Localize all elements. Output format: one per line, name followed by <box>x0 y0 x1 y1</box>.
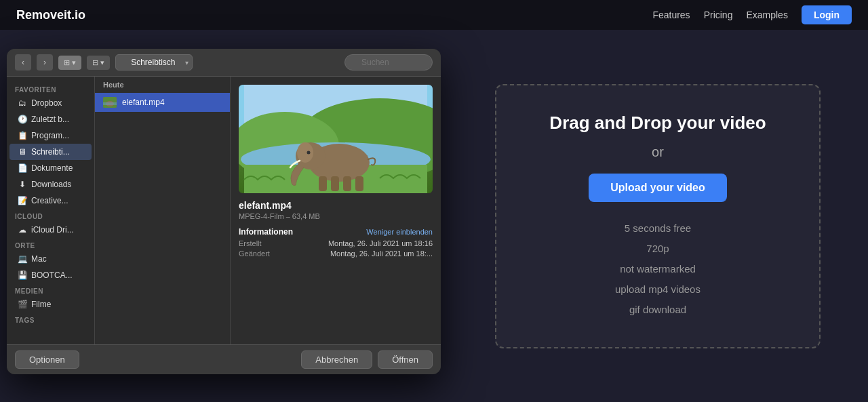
drop-zone-title: Drag and Drop your video <box>517 113 799 134</box>
search-wrap: 🔍 <box>344 54 433 71</box>
sidebar-section-orte: Orte <box>7 238 94 251</box>
preview-filename: elefant.mp4 <box>239 200 433 211</box>
sidebar-section-medien: Medien <box>7 283 94 296</box>
feature-2: 720p <box>517 239 799 259</box>
preview-image <box>239 85 433 193</box>
hero-right: Drag and Drop your video or Upload your … <box>488 57 827 375</box>
preview-info-row-1: Erstellt Montag, 26. Juli 2021 um 18:16 <box>239 239 433 247</box>
file-list: Heute elefant.mp4 <box>95 77 231 344</box>
sidebar-section-icloud: iCloud <box>7 209 94 222</box>
picker-main: Heute elefant.mp4 <box>95 77 441 344</box>
drop-zone[interactable]: Drag and Drop your video or Upload your … <box>495 84 821 348</box>
picker-footer: Optionen Abbrechen Öffnen <box>7 344 441 374</box>
bootcamp-icon: 💾 <box>18 270 27 280</box>
programs-icon: 📋 <box>18 131 27 140</box>
creative-icon: 📝 <box>18 196 27 205</box>
elephant-preview <box>239 85 433 193</box>
feature-4: upload mp4 videos <box>517 279 799 300</box>
recent-icon: 🕐 <box>18 115 27 124</box>
sidebar-item-bootcamp[interactable]: 💾 BOOTCA... <box>9 267 92 283</box>
preview-meta: MPEG-4-Film – 63,4 MB <box>239 212 433 220</box>
view-toggle: ⊞ ▾ <box>58 56 81 70</box>
svg-point-11 <box>307 151 311 155</box>
forward-button[interactable]: › <box>37 54 53 71</box>
sidebar-item-mac-label: Mac <box>31 254 47 264</box>
file-row[interactable]: elefant.mp4 <box>95 93 230 112</box>
sidebar-item-mac[interactable]: 💻 Mac <box>9 251 92 267</box>
preview-info-title: Informationen <box>239 227 293 237</box>
open-button[interactable]: Öffnen <box>378 350 433 369</box>
drop-zone-features: 5 seconds free 720p not watermarked uplo… <box>517 218 799 320</box>
documents-icon: 📄 <box>18 163 27 173</box>
sidebar-item-recent[interactable]: 🕐 Zuletzt b... <box>9 111 92 127</box>
downloads-icon: ⬇ <box>18 180 27 189</box>
feature-5: gif download <box>517 300 799 320</box>
svg-rect-13 <box>331 176 339 191</box>
preview-info-val-2: Montag, 26. Juli 2021 um 18:... <box>330 249 433 258</box>
cancel-button[interactable]: Abbrechen <box>301 350 372 369</box>
picker-body: Favoriten 🗂 Dropbox 🕐 Zuletzt b... 📋 Pro… <box>7 77 441 344</box>
svg-rect-12 <box>319 176 327 191</box>
svg-rect-14 <box>343 176 351 191</box>
svg-point-10 <box>297 142 313 163</box>
sidebar-item-downloads-label: Downloads <box>31 180 71 189</box>
picker-sidebar: Favoriten 🗂 Dropbox 🕐 Zuletzt b... 📋 Pro… <box>7 77 95 344</box>
filme-icon: 🎬 <box>18 300 27 309</box>
sidebar-item-programs[interactable]: 📋 Program... <box>9 127 92 144</box>
sidebar-section-tags: Tags <box>7 313 94 325</box>
sidebar-item-recent-label: Zuletzt b... <box>31 115 69 124</box>
sidebar-item-downloads[interactable]: ⬇ Downloads <box>9 176 92 193</box>
sidebar-item-creative[interactable]: 📝 Creative... <box>9 193 92 209</box>
file-preview: elefant.mp4 MPEG-4-Film – 63,4 MB Inform… <box>231 77 441 344</box>
sidebar-item-documents[interactable]: 📄 Dokumente <box>9 160 92 176</box>
preview-info-header: Informationen Weniger einblenden <box>239 227 433 237</box>
sidebar-item-documents-label: Dokumente <box>31 163 73 173</box>
feature-3: not watermarked <box>517 259 799 279</box>
login-button[interactable]: Login <box>802 5 852 24</box>
preview-info-key-2: Geändert <box>239 249 270 258</box>
preview-info-val-1: Montag, 26. Juli 2021 um 18:16 <box>328 239 433 247</box>
date-header: Heute <box>95 77 230 93</box>
dropbox-icon: 🗂 <box>18 98 27 108</box>
sidebar-item-desktop[interactable]: 🖥 Schreibti... <box>9 144 92 160</box>
preview-info-row-2: Geändert Montag, 26. Juli 2021 um 18:... <box>239 249 433 258</box>
sidebar-item-programs-label: Program... <box>31 131 69 140</box>
desktop-sidebar-icon: 🖥 <box>18 147 27 157</box>
location-dropdown-wrap: 🖥 Schreibtisch ▾ <box>115 54 193 71</box>
sidebar-item-icloud[interactable]: ☁ iCloud Dri... <box>9 222 92 238</box>
feature-1: 5 seconds free <box>517 218 799 239</box>
navbar: Removeit.io Features Pricing Examples Lo… <box>0 0 868 30</box>
nav-links: Features Pricing Examples Login <box>652 5 852 24</box>
icloud-icon: ☁ <box>18 225 27 235</box>
upload-button[interactable]: Upload your video <box>589 174 727 202</box>
preview-info-key-1: Erstellt <box>239 239 262 247</box>
footer-left: Optionen <box>15 350 79 369</box>
sidebar-item-filme[interactable]: 🎬 Filme <box>9 296 92 313</box>
picker-toolbar: ‹ › ⊞ ▾ ⊟ ▾ 🖥 Schreibtisch ▾ 🔍 <box>7 49 441 77</box>
svg-rect-2 <box>103 102 117 105</box>
logo: Removeit.io <box>16 8 85 22</box>
mac-icon: 💻 <box>18 254 27 264</box>
sidebar-item-dropbox[interactable]: 🗂 Dropbox <box>9 95 92 111</box>
nav-examples[interactable]: Examples <box>746 9 787 20</box>
sidebar-item-dropbox-label: Dropbox <box>31 98 62 108</box>
file-picker-dialog: ‹ › ⊞ ▾ ⊟ ▾ 🖥 Schreibtisch ▾ 🔍 Favoriten… <box>7 49 441 374</box>
nav-features[interactable]: Features <box>652 9 690 20</box>
grid-view-button[interactable]: ⊞ ▾ <box>58 56 81 70</box>
drop-zone-or: or <box>517 144 799 160</box>
location-dropdown[interactable]: Schreibtisch <box>115 54 193 71</box>
list-view-button[interactable]: ⊟ ▾ <box>87 56 110 70</box>
file-name: elefant.mp4 <box>122 98 165 107</box>
sidebar-item-desktop-label: Schreibti... <box>31 147 70 157</box>
sidebar-item-filme-label: Filme <box>31 300 51 309</box>
back-button[interactable]: ‹ <box>15 54 31 71</box>
options-button[interactable]: Optionen <box>15 350 79 369</box>
file-thumbnail <box>103 97 117 108</box>
sidebar-section-favoriten: Favoriten <box>7 82 94 95</box>
nav-pricing[interactable]: Pricing <box>704 9 733 20</box>
preview-info-toggle[interactable]: Weniger einblenden <box>366 228 433 236</box>
search-input[interactable] <box>344 54 433 71</box>
footer-right: Abbrechen Öffnen <box>301 350 433 369</box>
sidebar-item-bootcamp-label: BOOTCA... <box>31 270 73 280</box>
sidebar-item-creative-label: Creative... <box>31 196 68 205</box>
